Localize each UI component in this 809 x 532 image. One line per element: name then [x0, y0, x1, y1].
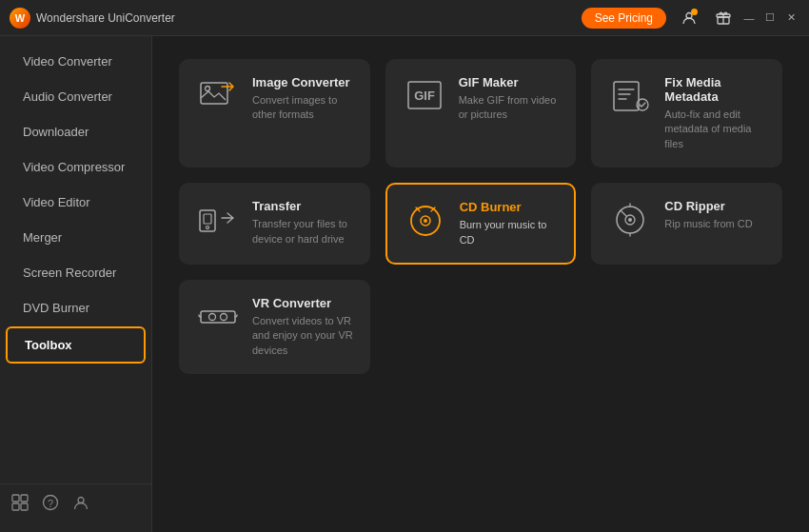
svg-point-9	[78, 498, 84, 503]
sidebar-item-audio-converter[interactable]: Audio Converter	[6, 80, 146, 113]
transfer-icon	[195, 199, 241, 241]
see-pricing-button[interactable]: See Pricing	[582, 8, 666, 29]
tool-card-cd-ripper[interactable]: CD Ripper Rip music from CD	[591, 183, 782, 265]
app-logo: W Wondershare UniConverter	[10, 8, 175, 29]
svg-rect-17	[204, 214, 211, 224]
cd-burner-text: CD Burner Burn your music to CD	[460, 200, 560, 247]
main-layout: Video Converter Audio Converter Download…	[0, 36, 809, 532]
transfer-text: Transfer Transfer your files to device o…	[252, 199, 354, 246]
fix-media-metadata-icon	[607, 75, 653, 117]
cd-ripper-title: CD Ripper	[664, 199, 766, 213]
cd-ripper-desc: Rip music from CD	[664, 217, 766, 231]
svg-point-11	[206, 87, 210, 91]
svg-rect-3	[12, 495, 19, 502]
svg-point-24	[628, 218, 632, 222]
tool-card-fix-media-metadata[interactable]: Fix Media Metadata Auto-fix and edit met…	[591, 59, 782, 167]
vr-converter-text: VR Converter Convert videos to VR and en…	[252, 296, 354, 358]
svg-rect-16	[200, 210, 215, 231]
user-icon[interactable]	[676, 5, 702, 31]
gift-icon[interactable]	[710, 5, 737, 31]
tools-grid: Image Converter Convert images to other …	[179, 59, 782, 374]
sidebar-item-video-converter[interactable]: Video Converter	[6, 45, 146, 78]
window-controls: — ☐ ✕	[740, 10, 799, 27]
title-bar: W Wondershare UniConverter See Pricing —…	[0, 0, 809, 36]
gif-maker-text: GIF Maker Make GIF from video or picture…	[459, 75, 561, 123]
gif-maker-desc: Make GIF from video or pictures	[459, 93, 561, 123]
sidebar-item-video-compressor[interactable]: Video Compressor	[6, 150, 146, 184]
transfer-title: Transfer	[252, 199, 354, 213]
fix-media-metadata-text: Fix Media Metadata Auto-fix and edit met…	[664, 75, 766, 151]
user-profile-icon[interactable]	[72, 494, 89, 515]
svg-text:GIF: GIF	[414, 89, 435, 103]
sidebar-item-dvd-burner[interactable]: DVD Burner	[6, 291, 146, 325]
sidebar-item-screen-recorder[interactable]: Screen Recorder	[6, 256, 146, 289]
svg-point-18	[207, 227, 209, 229]
svg-rect-4	[21, 495, 28, 502]
tool-card-cd-burner[interactable]: CD Burner Burn your music to CD	[385, 183, 577, 265]
tool-card-transfer[interactable]: Transfer Transfer your files to device o…	[179, 183, 370, 265]
vr-converter-title: VR Converter	[252, 296, 354, 310]
minimize-button[interactable]: —	[740, 10, 758, 27]
gif-maker-title: GIF Maker	[459, 75, 561, 89]
image-converter-text: Image Converter Convert images to other …	[252, 75, 354, 123]
cd-ripper-text: CD Ripper Rip music from CD	[664, 199, 766, 231]
cd-ripper-icon	[607, 199, 653, 241]
tool-card-vr-converter[interactable]: VR Converter Convert videos to VR and en…	[179, 280, 370, 374]
cd-burner-desc: Burn your music to CD	[460, 218, 560, 247]
svg-point-26	[221, 313, 227, 320]
maximize-button[interactable]: ☐	[761, 10, 779, 27]
cd-burner-icon	[403, 200, 448, 242]
vr-converter-desc: Convert videos to VR and enjoy on your V…	[252, 314, 354, 358]
svg-rect-14	[614, 82, 639, 110]
fix-media-metadata-title: Fix Media Metadata	[664, 75, 766, 104]
fix-media-metadata-desc: Auto-fix and edit metadata of media file…	[664, 108, 766, 151]
sidebar-item-video-editor[interactable]: Video Editor	[6, 186, 146, 219]
sidebar-item-downloader[interactable]: Downloader	[6, 115, 146, 148]
svg-rect-5	[12, 503, 19, 510]
sidebar-item-merger[interactable]: Merger	[6, 221, 146, 254]
logo-icon: W	[10, 8, 30, 29]
close-button[interactable]: ✕	[782, 10, 799, 27]
image-converter-desc: Convert images to other formats	[252, 93, 354, 123]
cd-burner-title: CD Burner	[460, 200, 560, 214]
svg-text:?: ?	[48, 498, 53, 509]
svg-rect-6	[21, 503, 28, 510]
vr-converter-icon	[195, 296, 241, 338]
help-icon[interactable]: ?	[42, 494, 59, 515]
content-area: Image Converter Convert images to other …	[152, 36, 809, 532]
title-bar-icons	[676, 5, 737, 31]
image-converter-title: Image Converter	[252, 75, 354, 89]
sidebar-bottom: ?	[0, 483, 151, 524]
tabs-icon[interactable]	[11, 494, 29, 515]
sidebar: Video Converter Audio Converter Download…	[0, 36, 152, 532]
svg-point-25	[209, 313, 216, 320]
sidebar-item-toolbox[interactable]: Toolbox	[6, 326, 146, 364]
image-converter-icon	[195, 75, 241, 117]
transfer-desc: Transfer your files to device or hard dr…	[252, 217, 354, 246]
gif-maker-icon: GIF	[402, 75, 447, 117]
tool-card-image-converter[interactable]: Image Converter Convert images to other …	[179, 59, 370, 167]
svg-point-21	[424, 219, 427, 223]
app-name: Wondershare UniConverter	[36, 11, 175, 25]
tool-card-gif-maker[interactable]: GIF GIF Maker Make GIF from video or pic…	[385, 59, 577, 167]
